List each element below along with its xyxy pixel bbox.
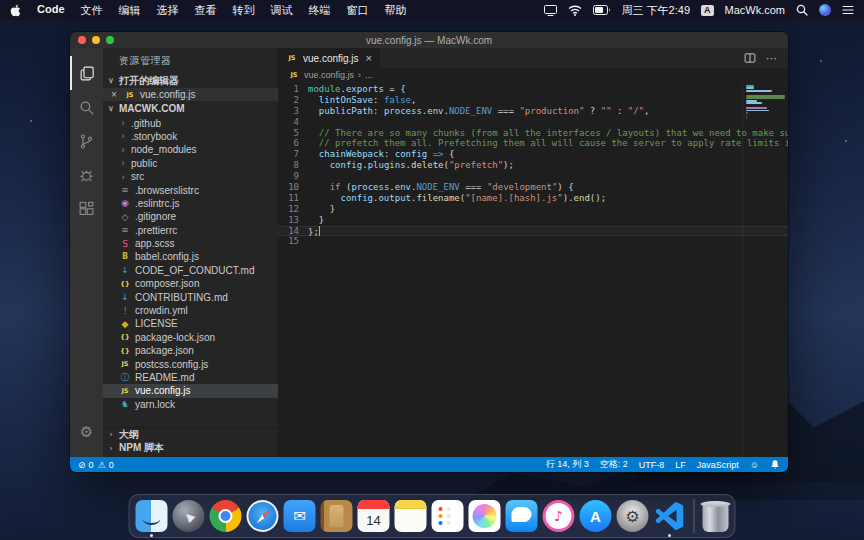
- tree-file-.prettierrc[interactable]: ≡.prettierrc: [103, 224, 278, 237]
- code-line-9[interactable]: 9: [278, 171, 788, 182]
- code-line-14[interactable]: 14};: [278, 226, 788, 237]
- code-line-5[interactable]: 5 // There are so many chunks (from all …: [278, 128, 788, 139]
- status-item[interactable]: LF: [675, 460, 686, 470]
- zoom-window-button[interactable]: [106, 36, 114, 44]
- menu-item-文件[interactable]: 文件: [81, 3, 103, 18]
- siri-icon[interactable]: [819, 4, 831, 16]
- feedback-smiley-icon[interactable]: ☺: [750, 460, 759, 470]
- menu-item-终端[interactable]: 终端: [309, 3, 331, 18]
- tree-file-yarn.lock[interactable]: ♞yarn.lock: [103, 398, 278, 411]
- code-line-7[interactable]: 7 chainWebpack: config => {: [278, 149, 788, 160]
- tree-file-.gitignore[interactable]: ◇.gitignore: [103, 210, 278, 223]
- tree-file-README.md[interactable]: ⓘREADME.md: [103, 371, 278, 384]
- source-control-icon[interactable]: [70, 124, 103, 158]
- status-item[interactable]: UTF-8: [639, 460, 665, 470]
- tree-file-CODE_OF_CONDUCT.md[interactable]: ↓CODE_OF_CONDUCT.md: [103, 264, 278, 277]
- search-icon[interactable]: [70, 90, 103, 124]
- wifi-icon[interactable]: [568, 5, 582, 16]
- minimap[interactable]: [742, 83, 788, 457]
- tree-file-LICENSE[interactable]: ◆LICENSE: [103, 317, 278, 330]
- mail-dock-icon[interactable]: ✉: [284, 500, 316, 532]
- explorer-icon[interactable]: [70, 56, 103, 90]
- status-item[interactable]: 行 14, 列 3: [546, 458, 589, 471]
- menu-item-编辑[interactable]: 编辑: [119, 3, 141, 18]
- menu-item-查看[interactable]: 查看: [195, 3, 217, 18]
- menu-item-调试[interactable]: 调试: [271, 3, 293, 18]
- tree-folder-src[interactable]: ›src: [103, 170, 278, 183]
- tree-folder-.storybook[interactable]: ›.storybook: [103, 130, 278, 143]
- manage-gear-icon[interactable]: ⚙: [70, 415, 103, 449]
- code-line-2[interactable]: 2 lintOnSave: false,: [278, 95, 788, 106]
- code-line-15[interactable]: 15: [278, 236, 788, 247]
- tree-file-package-lock.json[interactable]: {}package-lock.json: [103, 331, 278, 344]
- itunes-dock-icon[interactable]: ♪: [543, 500, 575, 532]
- code-line-8[interactable]: 8 config.plugins.delete("prefetch");: [278, 160, 788, 171]
- trash-dock-icon[interactable]: [703, 504, 729, 532]
- extensions-icon[interactable]: [70, 192, 103, 226]
- tree-file-package.json[interactable]: {}package.json: [103, 344, 278, 357]
- code-line-10[interactable]: 10 if (process.env.NODE_ENV === "develop…: [278, 182, 788, 193]
- tree-folder-public[interactable]: ›public: [103, 157, 278, 170]
- tree-file-babel.config.js[interactable]: Bbabel.config.js: [103, 250, 278, 263]
- tree-folder-node_modules[interactable]: ›node_modules: [103, 143, 278, 156]
- more-actions-icon[interactable]: ⋯: [766, 52, 778, 65]
- tree-file-.eslintrc.js[interactable]: ◉.eslintrc.js: [103, 197, 278, 210]
- sidebar-section-大纲[interactable]: ›大纲: [103, 428, 278, 442]
- code-line-3[interactable]: 3 publicPath: process.env.NODE_ENV === "…: [278, 106, 788, 117]
- menu-item-帮助[interactable]: 帮助: [385, 3, 407, 18]
- tree-file-postcss.config.js[interactable]: JSpostcss.config.js: [103, 357, 278, 370]
- split-editor-icon[interactable]: [744, 52, 756, 64]
- window-titlebar[interactable]: vue.config.js — MacWk.com: [70, 32, 788, 48]
- code-line-12[interactable]: 12 }: [278, 204, 788, 215]
- vscode-dock-icon[interactable]: [654, 500, 686, 532]
- code-line-13[interactable]: 13 }: [278, 215, 788, 226]
- notes-dock-icon[interactable]: [395, 500, 427, 532]
- tree-file-CONTRIBUTING.md[interactable]: ↓CONTRIBUTING.md: [103, 290, 278, 303]
- safari-dock-icon[interactable]: [247, 500, 279, 532]
- launchpad-dock-icon[interactable]: ▲: [173, 500, 205, 532]
- problems-errors[interactable]: ⊘ 0: [78, 460, 94, 470]
- project-root-header[interactable]: ∨ MACWK.COM: [103, 101, 278, 116]
- reminders-dock-icon[interactable]: [432, 500, 464, 532]
- tree-file-.browserslistrc[interactable]: ≡.browserslistrc: [103, 183, 278, 196]
- sidebar-section-NPM 脚本[interactable]: ›NPM 脚本: [103, 442, 278, 456]
- finder-dock-icon[interactable]: [136, 500, 168, 532]
- code-line-6[interactable]: 6 // prefetch them all. Prefetching them…: [278, 138, 788, 149]
- tab-vue-config[interactable]: JS vue.config.js ×: [278, 48, 381, 68]
- breadcrumb[interactable]: JS vue.config.js › ...: [278, 68, 788, 81]
- preferences-dock-icon[interactable]: ⚙: [617, 500, 649, 532]
- minimize-window-button[interactable]: [92, 36, 100, 44]
- tree-file-crowdin.yml[interactable]: !crowdin.yml: [103, 304, 278, 317]
- close-tab-icon[interactable]: ×: [366, 52, 372, 64]
- open-editor-item[interactable]: ×JSvue.config.js: [103, 88, 278, 101]
- close-window-button[interactable]: [78, 36, 86, 44]
- close-editor-icon[interactable]: ×: [111, 89, 120, 100]
- calendar-dock-icon[interactable]: 14: [358, 500, 390, 532]
- battery-icon[interactable]: [593, 5, 611, 15]
- code-line-1[interactable]: 1module.exports = {: [278, 84, 788, 95]
- input-method-icon[interactable]: A: [701, 5, 714, 16]
- code-editor[interactable]: 1module.exports = {2 lintOnSave: false,3…: [278, 81, 788, 457]
- screen-mirroring-icon[interactable]: [544, 5, 557, 16]
- menu-item-窗口[interactable]: 窗口: [347, 3, 369, 18]
- tree-file-app.scss[interactable]: Sapp.scss: [103, 237, 278, 250]
- menu-item-转到[interactable]: 转到: [233, 3, 255, 18]
- status-item[interactable]: 空格: 2: [600, 458, 628, 471]
- tree-file-vue.config.js[interactable]: JSvue.config.js: [103, 384, 278, 397]
- debug-icon[interactable]: [70, 158, 103, 192]
- spotlight-search-icon[interactable]: [796, 4, 808, 16]
- code-line-4[interactable]: 4: [278, 117, 788, 128]
- menubar-clock[interactable]: 周三 下午2:49: [622, 3, 690, 18]
- notification-center-icon[interactable]: [842, 5, 854, 15]
- messages-dock-icon[interactable]: [506, 500, 538, 532]
- photos-dock-icon[interactable]: [469, 500, 501, 532]
- menu-item-选择[interactable]: 选择: [157, 3, 179, 18]
- code-line-11[interactable]: 11 config.output.filename("[name].[hash]…: [278, 193, 788, 204]
- appstore-dock-icon[interactable]: A: [580, 500, 612, 532]
- breadcrumb-symbol[interactable]: ...: [365, 70, 373, 80]
- notifications-bell-icon[interactable]: [770, 459, 780, 470]
- problems-warnings[interactable]: ⚠ 0: [98, 460, 114, 470]
- menu-item-Code[interactable]: Code: [37, 3, 65, 18]
- menubar-brand[interactable]: MacWk.com: [725, 4, 786, 16]
- status-item[interactable]: JavaScript: [697, 460, 739, 470]
